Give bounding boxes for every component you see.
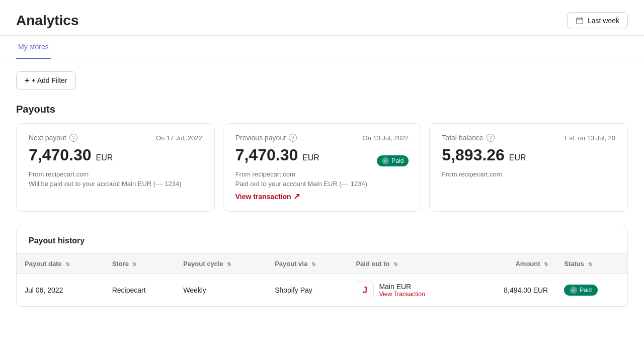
col-header-payout-cycle[interactable]: Payout cycle ⇅	[175, 254, 267, 274]
paid-out-main: Main EUR	[379, 283, 425, 291]
circle-check-icon: ✓	[382, 157, 389, 164]
next-payout-card: Next payout ? On 17 Jul, 2022 7,470.30 E…	[16, 123, 215, 212]
previous-payout-card: Previous payout ? On 13 Jul, 2022 7,470.…	[223, 123, 422, 212]
next-payout-label: Next payout ?	[29, 134, 77, 142]
col-header-payout-via[interactable]: Payout via ⇅	[267, 254, 348, 274]
total-balance-label: Total balance ?	[442, 134, 495, 142]
add-filter-button[interactable]: + + Add Filter	[16, 71, 76, 89]
row-status: ✓ Paid	[556, 274, 627, 307]
row-cycle: Weekly	[175, 274, 267, 307]
col-header-store[interactable]: Store ⇅	[104, 254, 176, 274]
plus-icon: +	[25, 76, 29, 85]
payout-cards: Next payout ? On 17 Jul, 2022 7,470.30 E…	[16, 123, 628, 212]
calendar-icon	[576, 17, 584, 25]
view-transaction-link[interactable]: View transaction ↗	[235, 192, 300, 201]
total-balance-help-icon[interactable]: ?	[487, 134, 495, 142]
tab-my-stores[interactable]: My stores	[16, 36, 51, 59]
total-balance-source: From recipecart.com	[442, 170, 615, 178]
payout-history-section: Payout history Payout date ⇅ Store ⇅	[16, 226, 628, 307]
col-header-amount[interactable]: Amount ⇅	[470, 254, 556, 274]
previous-payout-help-icon[interactable]: ?	[289, 134, 297, 142]
sort-icon-date: ⇅	[65, 261, 69, 267]
total-balance-amount: 5,893.26 EUR	[442, 146, 526, 164]
previous-payout-paid-badge: ✓ Paid	[377, 155, 409, 166]
next-payout-date: On 17 Jul, 2022	[156, 134, 202, 142]
sort-icon-store: ⇅	[132, 261, 136, 267]
previous-payout-label: Previous payout ?	[235, 134, 297, 142]
sort-icon-paid-out-to: ⇅	[393, 261, 397, 267]
row-status-badge: ✓ Paid	[564, 285, 598, 296]
svg-rect-0	[577, 18, 583, 24]
row-via: Shopify Pay	[267, 274, 348, 307]
table-header-row: Payout date ⇅ Store ⇅ Payout cycle ⇅	[17, 254, 627, 274]
paid-out-info: Main EUR View Transaction	[379, 283, 425, 298]
date-range-button[interactable]: Last week	[567, 12, 628, 29]
row-store: Recipecart	[104, 274, 176, 307]
total-balance-date: Est. on 13 Jul, 20	[565, 134, 615, 142]
next-payout-account: Will be paid out to your account Main EU…	[29, 180, 202, 188]
sort-icon-amount: ⇅	[544, 261, 548, 267]
sort-icon-status: ⇅	[588, 261, 592, 267]
row-date: Jul 06, 2022	[17, 274, 104, 307]
shopify-icon: J	[356, 281, 374, 299]
status-check-icon: ✓	[570, 287, 577, 294]
payout-history-table-container: Payout date ⇅ Store ⇅ Payout cycle ⇅	[17, 254, 627, 307]
table-row: Jul 06, 2022 Recipecart Weekly Shopify P…	[17, 274, 627, 307]
col-header-status[interactable]: Status ⇅	[556, 254, 627, 274]
sort-icon-cycle: ⇅	[227, 261, 231, 267]
previous-payout-amount: 7,470.30 EUR	[235, 146, 319, 164]
view-transaction-small-link[interactable]: View Transaction	[379, 291, 425, 298]
next-payout-amount: 7,470.30 EUR	[29, 146, 113, 164]
total-balance-card: Total balance ? Est. on 13 Jul, 20 5,893…	[429, 123, 628, 212]
payout-history-table: Payout date ⇅ Store ⇅ Payout cycle ⇅	[17, 254, 627, 307]
page-title: Analytics	[16, 13, 79, 29]
add-filter-label: + Add Filter	[31, 76, 67, 84]
col-header-paid-out-to[interactable]: Paid out to ⇅	[348, 254, 469, 274]
previous-payout-account: Paid out to your account Main EUR (···· …	[235, 180, 409, 188]
arrow-up-right-icon: ↗	[293, 192, 300, 201]
payout-history-title: Payout history	[17, 226, 627, 254]
previous-payout-date: On 13 Jul, 2022	[363, 134, 409, 142]
sort-icon-via: ⇅	[311, 261, 315, 267]
date-range-label: Last week	[588, 17, 619, 25]
row-amount: 8,494.00 EUR	[470, 274, 556, 307]
previous-payout-source: From recipecart.com	[235, 170, 409, 178]
tabs-bar: My stores	[0, 36, 644, 59]
payouts-section-title: Payouts	[16, 104, 628, 115]
col-header-payout-date[interactable]: Payout date ⇅	[17, 254, 104, 274]
next-payout-help-icon[interactable]: ?	[69, 134, 77, 142]
next-payout-source: From recipecart.com	[29, 170, 202, 178]
row-paid-out-to: J Main EUR View Transaction	[348, 274, 469, 307]
